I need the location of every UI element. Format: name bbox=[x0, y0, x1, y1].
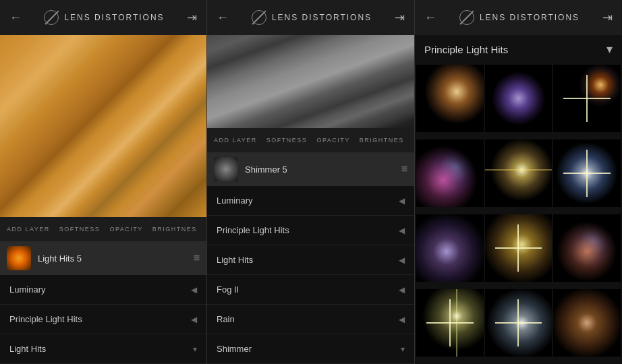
list-item-label: Principle Light Hits bbox=[9, 314, 82, 324]
layer-name-mid: Shimmer 5 bbox=[245, 164, 395, 175]
softness-btn-mid[interactable]: SOFTNESS bbox=[266, 137, 308, 144]
panel-right: ← LENS DISTORTIONS ⇥ Principle Light Hit… bbox=[415, 0, 622, 364]
opacity-btn-left[interactable]: OPACITY bbox=[109, 226, 142, 233]
effect-cell-1[interactable] bbox=[416, 65, 484, 132]
flare-star-11 bbox=[485, 289, 553, 357]
active-layer-mid: Shimmer 5 ≡ bbox=[207, 152, 414, 186]
panel-mid: ← LENS DISTORTIONS ⇥ ADD LAYER SOFTNESS … bbox=[207, 0, 415, 364]
layer-name-left: Light Hits 5 bbox=[38, 253, 187, 264]
header-right: ← LENS DISTORTIONS ⇥ bbox=[415, 0, 622, 35]
toolbar-mid: ADD LAYER SOFTNESS OPACITY BRIGHTNES bbox=[207, 128, 414, 152]
category-header-right[interactable]: Principle Light Hits ▾ bbox=[415, 35, 622, 63]
list-item-shimmer-mid[interactable]: Shimmer ▾ bbox=[207, 334, 414, 364]
effect-cell-9[interactable] bbox=[553, 214, 621, 282]
header-left: ← LENS DISTORTIONS ⇥ bbox=[0, 0, 206, 35]
opacity-btn-mid[interactable]: OPACITY bbox=[316, 137, 349, 144]
app-title-left: LENS DISTORTIONS bbox=[44, 10, 164, 25]
toolbar-left: ADD LAYER SOFTNESS OPACITY BRIGHTNES bbox=[0, 217, 206, 241]
chevron-right-icon: ◀ bbox=[399, 196, 405, 206]
list-item-luminary-left[interactable]: Luminary ◀ bbox=[0, 275, 206, 305]
effect-cell-3[interactable] bbox=[553, 65, 621, 132]
flare-star-8 bbox=[485, 214, 553, 282]
chevron-right-icon: ◀ bbox=[191, 315, 197, 324]
back-button-mid[interactable]: ← bbox=[217, 11, 229, 25]
list-item-lighthits-left[interactable]: Light Hits ▾ bbox=[0, 334, 206, 364]
export-button-right[interactable]: ⇥ bbox=[602, 10, 613, 25]
chevron-down-icon: ▾ bbox=[193, 344, 197, 354]
list-item-lighthits-mid[interactable]: Light Hits ◀ bbox=[207, 245, 414, 275]
effect-cell-4[interactable] bbox=[416, 140, 484, 207]
list-item-label: Principle Light Hits bbox=[217, 225, 289, 235]
list-item-principle-left[interactable]: Principle Light Hits ◀ bbox=[0, 305, 206, 334]
effect-cell-11[interactable] bbox=[485, 289, 553, 357]
chevron-down-icon: ▾ bbox=[401, 344, 405, 354]
list-item-label: Light Hits bbox=[217, 255, 253, 265]
effect-cell-12[interactable] bbox=[553, 289, 621, 357]
portrait-image bbox=[207, 35, 414, 128]
list-item-label: Shimmer bbox=[217, 344, 252, 354]
panel-left: ← LENS DISTORTIONS ⇥ ADD LAYER SOFTNESS … bbox=[0, 0, 207, 364]
export-button-mid[interactable]: ⇥ bbox=[395, 10, 405, 25]
list-item-luminary-mid[interactable]: Luminary ◀ bbox=[207, 186, 414, 216]
flare-star-6 bbox=[553, 140, 621, 207]
list-item-label: Rain bbox=[217, 314, 235, 324]
back-button-right[interactable]: ← bbox=[424, 11, 436, 25]
category-chevron-down-icon[interactable]: ▾ bbox=[606, 42, 613, 57]
app-title-mid: LENS DISTORTIONS bbox=[252, 10, 372, 25]
chevron-right-icon: ◀ bbox=[191, 285, 197, 295]
chevron-right-icon: ◀ bbox=[399, 255, 405, 265]
portrait-image-area[interactable] bbox=[207, 35, 414, 128]
list-item-label: Fog II bbox=[217, 284, 239, 295]
effect-cell-5[interactable] bbox=[485, 140, 553, 207]
logo-icon-right bbox=[459, 10, 474, 25]
active-layer-left: Light Hits 5 ≡ bbox=[0, 241, 206, 275]
brightness-btn-mid[interactable]: BRIGHTNES bbox=[360, 137, 404, 144]
list-item-principle-mid[interactable]: Principle Light Hits ◀ bbox=[207, 216, 414, 245]
effect-cell-10[interactable] bbox=[416, 289, 484, 357]
layer-menu-icon-mid[interactable]: ≡ bbox=[401, 163, 407, 175]
brightness-btn-left[interactable]: BRIGHTNES bbox=[152, 226, 197, 233]
chevron-right-icon: ◀ bbox=[399, 315, 405, 324]
list-item-rain-mid[interactable]: Rain ◀ bbox=[207, 305, 414, 334]
add-layer-btn-mid[interactable]: ADD LAYER bbox=[214, 137, 257, 144]
layer-menu-icon-left[interactable]: ≡ bbox=[194, 252, 200, 264]
flare-star-10 bbox=[416, 289, 484, 357]
effect-cell-6[interactable] bbox=[553, 140, 621, 207]
header-mid: ← LENS DISTORTIONS ⇥ bbox=[207, 0, 414, 35]
layer-thumb-left bbox=[7, 246, 31, 270]
export-button-left[interactable]: ⇥ bbox=[187, 10, 197, 25]
effects-grid bbox=[415, 63, 622, 364]
add-layer-btn-left[interactable]: ADD LAYER bbox=[7, 226, 50, 233]
list-item-label: Luminary bbox=[9, 284, 45, 295]
chevron-right-icon: ◀ bbox=[399, 226, 405, 235]
app-title-right: LENS DISTORTIONS bbox=[459, 10, 579, 25]
chevron-right-icon: ◀ bbox=[399, 285, 405, 295]
effect-cell-2[interactable] bbox=[485, 65, 553, 132]
list-item-fog-mid[interactable]: Fog II ◀ bbox=[207, 275, 414, 305]
list-item-label: Luminary bbox=[217, 195, 252, 206]
effect-cell-7[interactable] bbox=[416, 214, 484, 282]
desert-image bbox=[0, 35, 206, 217]
logo-icon-left bbox=[44, 10, 59, 25]
flare-star-3 bbox=[553, 65, 621, 132]
effect-cell-8[interactable] bbox=[485, 214, 553, 282]
logo-icon-mid bbox=[252, 10, 266, 25]
layer-thumb-mid bbox=[214, 157, 238, 181]
softness-btn-left[interactable]: SOFTNESS bbox=[59, 226, 101, 233]
desert-image-area[interactable] bbox=[0, 35, 206, 217]
category-title: Principle Light Hits bbox=[424, 44, 508, 55]
back-button-left[interactable]: ← bbox=[9, 11, 22, 25]
list-item-label: Light Hits bbox=[9, 344, 46, 354]
